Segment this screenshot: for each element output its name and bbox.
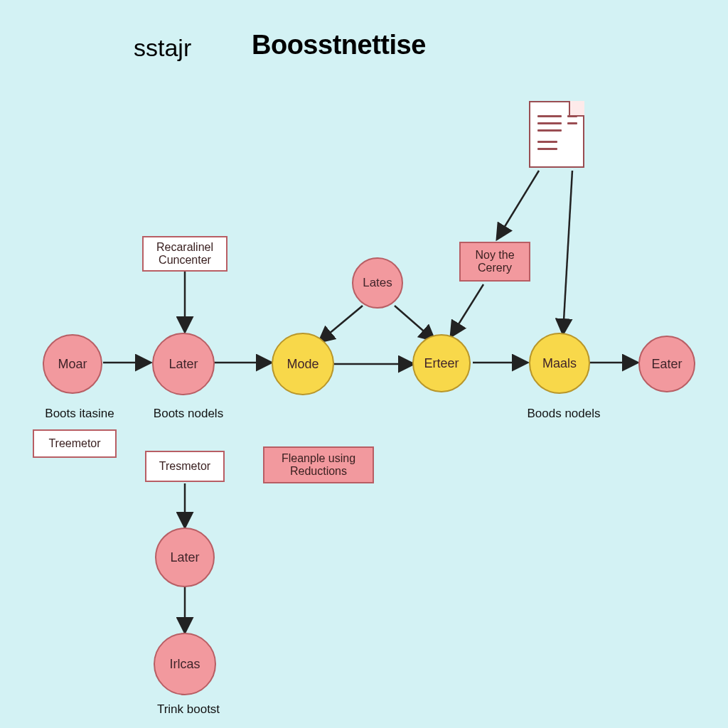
svg-line-10 [563, 171, 572, 333]
title-big: Boosstnettise [252, 30, 426, 60]
caption-boots-nodels: Boots nodels [142, 407, 235, 421]
title-small: sstajr [134, 34, 191, 62]
node-erteer: Erteer [412, 334, 471, 392]
document-icon [529, 101, 584, 168]
svg-line-8 [451, 284, 483, 336]
box-noy-the-cerery: Noy the Cerery [459, 242, 530, 282]
caption-trink-bootst: Trink bootst [142, 702, 235, 717]
node-maals: Maals [529, 333, 590, 394]
node-later-2: Later [155, 528, 215, 587]
caption-boods-nodels: Boods nodels [518, 407, 610, 421]
arrows-layer [0, 0, 728, 728]
diagram-canvas: sstajr Boosstnettise [0, 0, 728, 728]
node-lates: Lates [352, 257, 403, 309]
box-fleanple-reductions: Fleanple using Reductions [263, 446, 374, 483]
svg-line-6 [320, 306, 363, 341]
svg-line-7 [395, 306, 434, 340]
box-treemetor: Treemetor [33, 429, 117, 458]
node-moar: Moar [43, 334, 102, 394]
svg-line-9 [498, 171, 539, 238]
node-mode: Mode [272, 333, 334, 395]
node-later: Later [152, 333, 215, 395]
caption-boots-itasine: Boots itasine [37, 407, 122, 421]
node-irlcas: Irlcas [154, 633, 216, 695]
box-recaralinel: Recaralinel Cuncenter [142, 236, 228, 272]
box-tresmetor: Tresmetor [145, 451, 225, 482]
node-eater: Eater [638, 336, 695, 392]
